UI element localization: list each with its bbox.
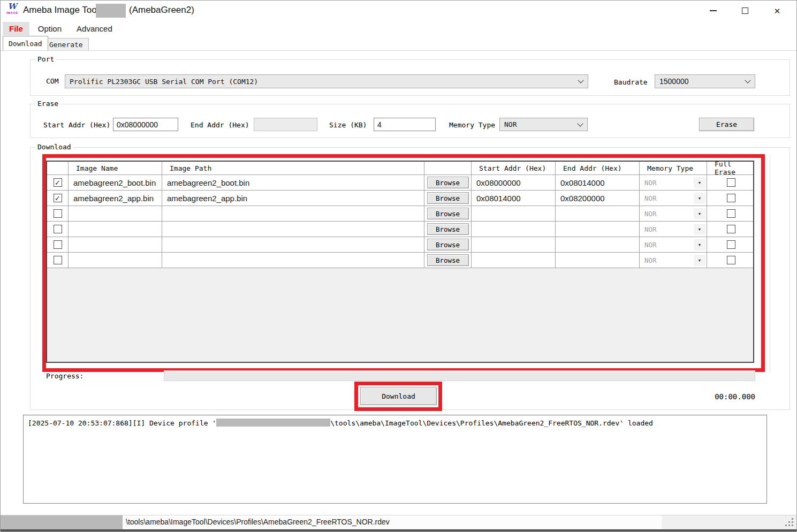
table-header-row: Image NameImage PathStart Addr (Hex)End … [47, 162, 753, 175]
download-button[interactable]: Download [360, 387, 437, 405]
browse-button[interactable]: Browse [427, 254, 469, 266]
resize-grip[interactable] [786, 519, 793, 526]
full-erase-checkbox[interactable] [727, 194, 735, 202]
progress-bar [164, 370, 755, 381]
start-addr-cell[interactable]: 0x08014000 [472, 191, 556, 206]
full-erase-checkbox[interactable] [727, 178, 735, 187]
row-select-checkbox[interactable]: ✓ [54, 178, 62, 187]
row-select-checkbox[interactable] [54, 225, 62, 233]
log-output[interactable]: [2025-07-10 20:53:07:868][I] Device prof… [23, 415, 767, 504]
full-erase-checkbox[interactable] [727, 209, 735, 218]
browse-button[interactable]: Browse [427, 177, 469, 188]
tab-download[interactable]: Download [3, 36, 48, 50]
select-cell [47, 222, 69, 237]
image-name-cell[interactable] [69, 253, 162, 268]
dropdown-arrow-icon[interactable]: ▼ [694, 255, 705, 266]
erase-start-addr-input[interactable]: 0x08000000 [113, 118, 178, 131]
menu-option[interactable]: Option [32, 22, 68, 35]
end-addr-cell[interactable] [556, 237, 640, 252]
full-erase-cell [707, 175, 754, 190]
row-select-checkbox[interactable]: ✓ [54, 194, 62, 202]
start-addr-cell[interactable] [472, 237, 556, 252]
start-addr-cell[interactable] [472, 222, 556, 237]
erase-size-input[interactable]: 4 [374, 118, 436, 131]
dropdown-arrow-icon[interactable]: ▼ [694, 224, 705, 235]
status-bar-path: \tools\ameba\ImageTool\Devices\Profiles\… [126, 518, 390, 526]
browse-button[interactable]: Browse [427, 192, 469, 204]
image-name-cell[interactable]: amebagreen2_app.bin [69, 191, 162, 206]
menu-file[interactable]: File [3, 22, 29, 35]
full-erase-checkbox[interactable] [727, 240, 735, 249]
start-addr-cell[interactable] [472, 206, 556, 221]
full-erase-cell [707, 191, 754, 206]
end-addr-cell[interactable] [556, 222, 640, 237]
end-addr-cell[interactable]: 0x08014000 [556, 175, 640, 190]
erase-memory-type-value: NOR [504, 120, 517, 128]
erase-memory-type-select[interactable]: NOR [499, 118, 588, 131]
image-name-cell[interactable]: amebagreen2_boot.bin [69, 175, 162, 190]
full-erase-cell [707, 237, 754, 252]
maximize-icon [742, 7, 748, 14]
browse-cell: Browse [424, 222, 472, 237]
image-path-cell[interactable] [162, 237, 424, 252]
end-addr-cell[interactable] [556, 253, 640, 268]
column-header [47, 162, 69, 174]
image-name-cell[interactable] [69, 206, 162, 221]
end-addr-cell[interactable] [556, 206, 640, 221]
row-select-checkbox[interactable] [54, 256, 62, 264]
erase-button[interactable]: Erase [699, 118, 754, 131]
dropdown-arrow-icon[interactable]: ▼ [694, 208, 705, 219]
image-path-cell[interactable] [162, 206, 424, 221]
image-name-cell[interactable] [69, 237, 162, 252]
full-erase-checkbox[interactable] [727, 225, 735, 233]
erase-memory-type-label: Memory Type [449, 121, 495, 129]
taskbar-strip [1, 529, 796, 532]
start-addr-cell[interactable]: 0x08000000 [472, 175, 556, 190]
redacted-box [1, 515, 123, 530]
browse-cell: Browse [424, 253, 472, 268]
chevron-down-icon [578, 77, 583, 83]
image-path-cell[interactable] [162, 222, 424, 237]
erase-group-label: Erase [35, 100, 60, 108]
table-row: ✓amebagreen2_boot.binamebagreen2_boot.bi… [47, 175, 753, 191]
minimize-icon [710, 10, 717, 11]
browse-button[interactable]: Browse [427, 223, 469, 235]
row-select-checkbox[interactable] [54, 240, 62, 249]
full-erase-checkbox[interactable] [727, 256, 735, 264]
dropdown-arrow-icon[interactable]: ▼ [694, 193, 705, 204]
maximize-button[interactable] [733, 1, 757, 21]
memory-type-value: NOR [640, 241, 694, 249]
baudrate-select[interactable]: 1500000 [655, 74, 755, 88]
select-cell [47, 237, 69, 252]
window-title-suffix: (AmebaGreen2) [129, 5, 194, 16]
download-group-label: Download [35, 143, 73, 151]
column-header: Start Addr (Hex) [472, 162, 556, 174]
select-cell: ✓ [47, 191, 69, 206]
row-select-checkbox[interactable] [54, 209, 62, 218]
image-name-cell[interactable] [69, 222, 162, 237]
app-logo-icon: W IMAGE [5, 2, 20, 18]
minimize-button[interactable] [701, 1, 725, 21]
image-path-cell[interactable]: amebagreen2_boot.bin [162, 175, 424, 190]
start-addr-cell[interactable] [472, 253, 556, 268]
erase-end-addr-input [254, 118, 317, 131]
menu-advanced[interactable]: Advanced [70, 22, 119, 35]
dropdown-arrow-icon[interactable]: ▼ [694, 239, 705, 250]
image-path-cell[interactable]: amebagreen2_app.bin [162, 191, 424, 206]
tab-generate[interactable]: Generate [43, 38, 89, 50]
close-button[interactable]: ✕ [765, 1, 790, 21]
end-addr-cell[interactable]: 0x08200000 [556, 191, 640, 206]
column-header: Full Erase [707, 162, 754, 174]
window-title: Ameba Image Tool [23, 5, 98, 16]
memory-type-cell: NOR▼ [640, 253, 707, 268]
status-bar: \tools\ameba\ImageTool\Devices\Profiles\… [1, 515, 796, 529]
browse-button[interactable]: Browse [427, 239, 469, 250]
column-header: Image Path [162, 162, 424, 174]
image-path-cell[interactable] [162, 253, 424, 268]
redacted-box [96, 4, 126, 18]
browse-cell: Browse [424, 237, 472, 252]
browse-button[interactable]: Browse [427, 208, 469, 219]
com-port-select[interactable]: Prolific PL2303GC USB Serial COM Port (C… [65, 74, 588, 88]
dropdown-arrow-icon[interactable]: ▼ [694, 177, 705, 188]
panel-edge [770, 155, 770, 372]
